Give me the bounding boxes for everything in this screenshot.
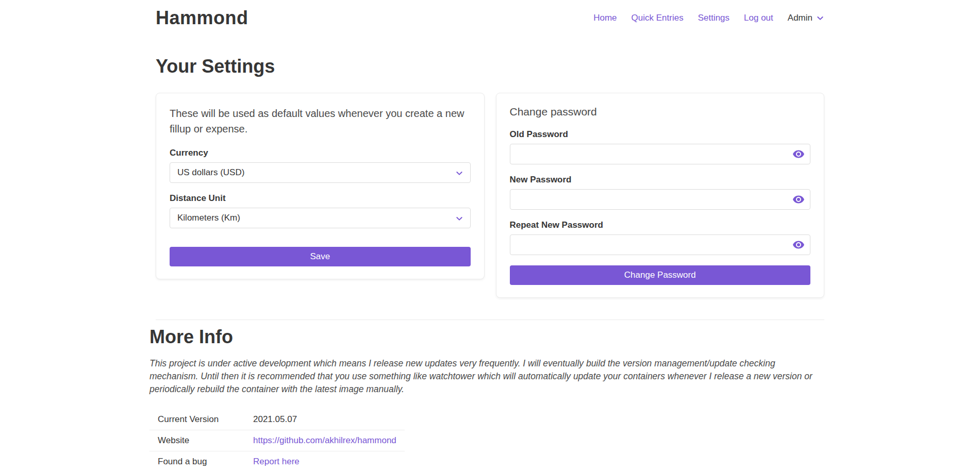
info-row-label: Website [150, 430, 245, 451]
info-row-label: Found a bug [150, 451, 245, 471]
repeat-new-password-input[interactable] [510, 234, 811, 255]
more-info-title: More Info [150, 326, 824, 348]
currency-select[interactable]: US dollars (USD) [170, 162, 471, 183]
new-password-input[interactable] [510, 189, 811, 210]
app-header: Hammond Home Quick Entries Settings Log … [0, 0, 980, 29]
info-row-label: Current Version [150, 409, 245, 430]
development-note: This project is under active development… [150, 357, 824, 396]
old-password-label: Old Password [510, 129, 811, 140]
distance-unit-select[interactable]: Kilometers (Km) [170, 208, 471, 228]
currency-label: Currency [170, 148, 471, 158]
repeat-new-password-visibility-toggle[interactable] [792, 239, 805, 251]
eye-icon [792, 245, 805, 253]
more-info-section: More Info This project is under active d… [150, 326, 824, 471]
new-password-visibility-toggle[interactable] [792, 193, 805, 206]
brand-logo[interactable]: Hammond [156, 7, 248, 29]
website-link[interactable]: https://github.com/akhilrex/hammond [253, 435, 396, 445]
defaults-description: These will be used as default values whe… [170, 106, 471, 137]
nav-item-home[interactable]: Home [593, 13, 617, 23]
change-password-button[interactable]: Change Password [510, 265, 811, 285]
save-button[interactable]: Save [170, 247, 471, 266]
table-row-website: Website https://github.com/akhilrex/hamm… [150, 430, 405, 451]
report-bug-link[interactable]: Report here [253, 457, 300, 466]
nav-item-logout[interactable]: Log out [744, 13, 773, 23]
admin-user-label: Admin [788, 13, 812, 23]
default-values-card: These will be used as default values whe… [156, 93, 485, 279]
nav-item-settings[interactable]: Settings [698, 13, 729, 23]
section-divider [156, 319, 824, 320]
old-password-visibility-toggle[interactable] [792, 148, 805, 160]
eye-icon [792, 154, 805, 162]
new-password-label: New Password [510, 175, 811, 185]
chevron-down-icon [455, 169, 463, 177]
change-password-card: Change password Old Password New Passwor… [496, 93, 825, 298]
current-version-value: 2021.05.07 [245, 409, 405, 430]
chevron-down-icon [816, 14, 824, 22]
repeat-new-password-label: Repeat New Password [510, 220, 811, 230]
old-password-input[interactable] [510, 144, 811, 164]
table-row-current-version: Current Version 2021.05.07 [150, 409, 405, 430]
distance-unit-selected-value: Kilometers (Km) [177, 213, 240, 223]
distance-unit-label: Distance Unit [170, 193, 471, 204]
change-password-title: Change password [510, 106, 811, 118]
main-nav: Home Quick Entries Settings Log out Admi… [593, 13, 824, 23]
eye-icon [792, 199, 805, 207]
settings-page: Your Settings These will be used as defa… [156, 56, 824, 471]
table-row-found-a-bug: Found a bug Report here [150, 451, 405, 471]
chevron-down-icon [455, 214, 463, 223]
nav-item-quick-entries[interactable]: Quick Entries [632, 13, 684, 23]
info-table: Current Version 2021.05.07 Website https… [150, 409, 405, 471]
page-title: Your Settings [156, 56, 824, 77]
currency-selected-value: US dollars (USD) [177, 167, 244, 178]
admin-user-menu[interactable]: Admin [788, 13, 824, 23]
